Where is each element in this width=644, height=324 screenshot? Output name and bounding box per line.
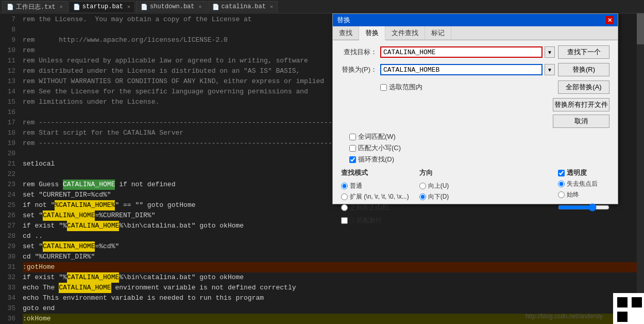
cancel-row: 取消 xyxy=(341,115,609,128)
find-row: 查找目标： ▼ 查找下一个 xyxy=(341,45,609,59)
search-mode-label: 查找模式 xyxy=(341,168,409,177)
tab-close-catalina[interactable]: ✕ xyxy=(270,4,273,10)
direction-label: 方向 xyxy=(419,168,449,177)
match-case-label[interactable]: 匹配大小写(C) xyxy=(349,143,609,153)
transparency-checkbox[interactable] xyxy=(558,170,565,176)
tab-shutdown[interactable]: 📄 shutdown.bat ✕ xyxy=(136,1,206,12)
code-line-29: set "CATALINA_HOME=%cd%" xyxy=(23,241,644,252)
direction-down-label[interactable]: 向下(D) xyxy=(419,192,449,201)
dialog-title: 替换 xyxy=(337,15,350,25)
mode-regex-radio[interactable] xyxy=(341,204,348,211)
loop-search-label[interactable]: 循环查找(D) xyxy=(349,155,609,164)
replace-dropdown-arrow[interactable]: ▼ xyxy=(545,64,555,75)
title-bar: 📄 工作日志.txt ✕ 📄 startup.bat ✕ 📄 shutdown.… xyxy=(0,0,644,13)
search-mode-group: 查找模式 普通 扩展 (\n, \r, \t, \0, \x...) 正则表达式… xyxy=(341,168,409,225)
replace-input-wrapper: ▼ xyxy=(380,64,555,75)
whole-word-label[interactable]: 全词匹配(W) xyxy=(349,132,609,141)
transparency-blur-label[interactable]: 失去焦点后 xyxy=(558,180,609,188)
tab-close-startup[interactable]: ✕ xyxy=(127,4,130,10)
replace-row: 替换为(P)： ▼ 替换(R) xyxy=(341,63,609,76)
code-line-33: echo The CATALINA_HOME environment varia… xyxy=(23,283,644,293)
bat-icon-startup: 📄 xyxy=(73,4,80,10)
select-range-checkbox-label[interactable]: 循环查找(D) 选取范围内 xyxy=(380,83,422,92)
dialog-tab-file-find[interactable]: 文件查找 xyxy=(385,26,425,40)
direction-group: 方向 向上(U) 向下(D) xyxy=(419,168,449,225)
mode-regex-label[interactable]: 正则表达式(E) xyxy=(341,203,409,212)
select-range-row: 循环查找(D) 选取范围内 全部替换(A) xyxy=(380,80,609,94)
dialog-tab-bar: 查找 替换 文件查找 标记 xyxy=(333,26,618,40)
transparency-slider[interactable] xyxy=(558,203,609,212)
tab-close-worklog[interactable]: ✕ xyxy=(60,4,63,10)
tab-worklog[interactable]: 📄 工作日志.txt ✕ xyxy=(2,1,67,12)
direction-up-label[interactable]: 向上(U) xyxy=(419,182,449,190)
replace-all-button[interactable]: 全部替换(A) xyxy=(558,80,609,94)
line-numbers: 7891011121314151617181920212223242526272… xyxy=(0,13,19,324)
replace-button[interactable]: 替换(R) xyxy=(558,63,609,76)
find-input[interactable] xyxy=(380,46,543,58)
bat-icon-shutdown: 📄 xyxy=(141,4,148,10)
tab-catalina[interactable]: 📄 catalina.bat ✕ xyxy=(208,1,278,12)
code-line-28: cd .. xyxy=(23,231,644,241)
mode-extended-label[interactable]: 扩展 (\n, \r, \t, \0, \x...) xyxy=(341,192,409,201)
mode-normal-radio[interactable] xyxy=(341,183,348,189)
transparency-blur-radio[interactable] xyxy=(558,181,565,187)
mode-normal-label[interactable]: 普通 xyxy=(341,182,409,190)
find-next-button[interactable]: 查找下一个 xyxy=(558,45,609,59)
cancel-button[interactable]: 取消 xyxy=(553,115,609,128)
whole-word-checkbox[interactable] xyxy=(349,134,356,140)
replace-label: 替换为(P)： xyxy=(341,65,377,74)
editor-area: 7891011121314151617181920212223242526272… xyxy=(0,13,644,324)
find-label: 查找目标： xyxy=(341,47,377,57)
loop-search-checkbox[interactable] xyxy=(349,156,356,163)
code-line-34: echo This environment variable is needed… xyxy=(23,293,644,303)
transparency-always-label[interactable]: 始终 xyxy=(558,190,609,199)
replace-all-open-row: 替换所有打开文件 xyxy=(341,98,609,111)
code-line-35: goto end xyxy=(23,303,644,314)
select-range-checkbox[interactable] xyxy=(380,84,387,91)
find-dropdown-arrow[interactable]: ▼ xyxy=(545,46,555,58)
dialog-tab-find[interactable]: 查找 xyxy=(333,26,359,40)
file-icon: 📄 xyxy=(7,4,14,10)
watermark: http://blog.csdn.net/anderslу xyxy=(526,313,603,320)
dialog-tab-mark[interactable]: 标记 xyxy=(425,26,451,40)
dialog-body: 查找目标： ▼ 查找下一个 替换为(P)： ▼ 替换(R) xyxy=(333,40,618,230)
transparency-group: 透明度 失去焦点后 始终 xyxy=(558,168,609,225)
qr-code xyxy=(613,293,644,324)
bat-icon-catalina: 📄 xyxy=(212,4,219,10)
replace-all-open-button[interactable]: 替换所有打开文件 xyxy=(553,98,609,111)
scrollbar-thumb[interactable] xyxy=(637,13,644,44)
tab-startup[interactable]: 📄 startup.bat ✕ xyxy=(69,1,135,12)
options-section: 查找模式 普通 扩展 (\n, \r, \t, \0, \x...) 正则表达式… xyxy=(341,168,609,225)
scrollbar-vertical[interactable] xyxy=(637,13,644,324)
match-newline-checkbox[interactable] xyxy=(341,217,348,224)
match-newline-wrapper: □. 匹配新行 xyxy=(341,216,409,225)
match-case-checkbox[interactable] xyxy=(349,145,356,152)
replace-input[interactable] xyxy=(380,64,543,75)
tab-close-shutdown[interactable]: ✕ xyxy=(199,4,202,10)
dialog-close-button[interactable]: ✕ xyxy=(605,16,614,24)
code-line-30: cd "%CURRENT_DIR%" xyxy=(23,252,644,262)
dialog-tab-replace[interactable]: 替换 xyxy=(359,26,385,40)
checkboxes-section: 全词匹配(W) 匹配大小写(C) 循环查找(D) xyxy=(349,132,609,164)
find-input-wrapper: ▼ xyxy=(380,46,555,58)
direction-up-radio[interactable] xyxy=(419,183,426,189)
replace-dialog: 替换 ✕ 查找 替换 文件查找 标记 查找目标： ▼ 查找下一个 替换为(P) xyxy=(332,13,618,204)
transparency-label: 透明度 xyxy=(567,168,587,177)
direction-down-radio[interactable] xyxy=(419,193,426,200)
dialog-title-bar: 替换 ✕ xyxy=(333,14,618,26)
transparency-always-radio[interactable] xyxy=(558,191,565,198)
code-line-31: :gotHome xyxy=(23,262,644,272)
code-line-32: if exist "%CATALINA_HOME%\bin\catalina.b… xyxy=(23,272,644,283)
mode-extended-radio[interactable] xyxy=(341,193,348,200)
